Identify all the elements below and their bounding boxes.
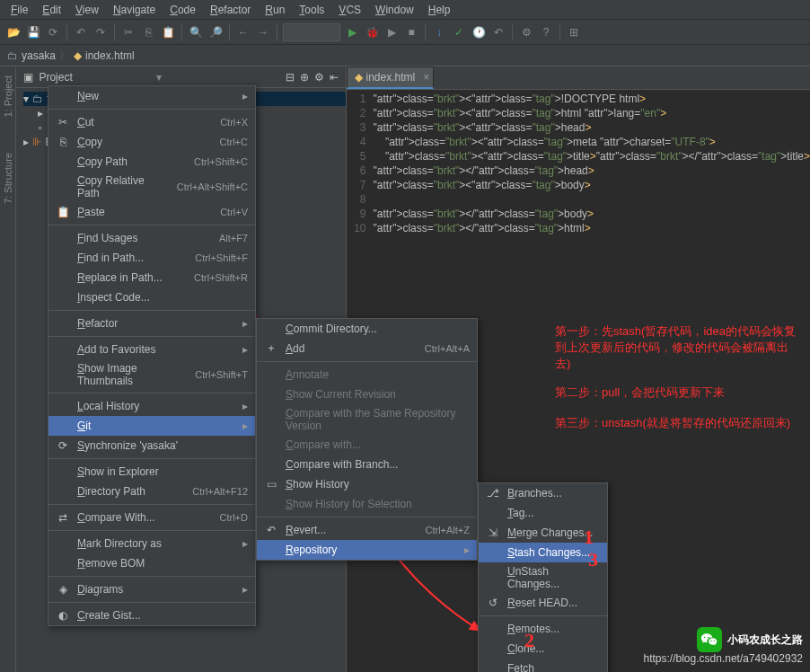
branches--icon: ⎇ xyxy=(486,487,500,500)
menu-window[interactable]: Window xyxy=(368,2,421,18)
menu-item-mark-directory-as[interactable]: Mark Directory as▸ xyxy=(48,534,255,553)
undo-icon[interactable]: ↶ xyxy=(73,24,89,40)
menu-item-compare-with-branch[interactable]: Compare with Branch... xyxy=(257,455,477,474)
vcs-update-icon[interactable]: ↓ xyxy=(431,24,447,40)
show-history-icon: ▭ xyxy=(264,478,278,491)
menu-item-find-in-path[interactable]: Find in Path...Ctrl+Shift+F xyxy=(48,248,255,268)
refresh-icon[interactable]: ⟳ xyxy=(45,24,61,40)
menu-item-copy-relative-path[interactable]: Copy Relative PathCtrl+Alt+Shift+C xyxy=(48,172,255,202)
menu-item-commit-directory[interactable]: Commit Directory... xyxy=(257,319,477,339)
redo-icon[interactable]: ↷ xyxy=(92,24,109,40)
red-number-2: 2 xyxy=(524,629,534,652)
collapse-icon[interactable]: ⊟ xyxy=(286,71,295,84)
close-icon[interactable]: × xyxy=(423,71,429,84)
menu-item-inspect-code[interactable]: Inspect Code... xyxy=(48,287,255,307)
menu-item-copy-path[interactable]: Copy PathCtrl+Shift+C xyxy=(48,152,255,172)
cut-icon[interactable]: ✂ xyxy=(120,24,136,40)
gear-icon[interactable]: ⚙ xyxy=(314,71,324,84)
menu-item-cut[interactable]: ✂CutCtrl+X xyxy=(48,112,255,132)
vcs-revert-icon[interactable]: ↶ xyxy=(490,24,506,40)
menu-navigate[interactable]: Navigate xyxy=(106,2,163,18)
chevron-right-icon: 〉 xyxy=(59,48,70,63)
breadcrumb-folder[interactable]: yasaka xyxy=(22,49,56,62)
find-icon[interactable]: 🔍 xyxy=(188,24,204,40)
run-icon[interactable]: ▶ xyxy=(344,24,360,40)
breadcrumb-file[interactable]: index.html xyxy=(85,49,135,62)
replace-icon[interactable]: 🔎 xyxy=(207,24,224,40)
copy-icon[interactable]: ⎘ xyxy=(140,24,156,40)
locate-icon[interactable]: ⊕ xyxy=(300,71,309,84)
debug-icon[interactable]: 🐞 xyxy=(364,24,380,40)
menu-item-replace-in-path[interactable]: Replace in Path...Ctrl+Shift+R xyxy=(48,268,255,287)
menu-item-fetch[interactable]: Fetch xyxy=(479,659,607,672)
structure-tab[interactable]: 7: Structure xyxy=(3,153,13,204)
settings-icon[interactable]: ⚙ xyxy=(518,24,534,40)
menu-code[interactable]: Code xyxy=(163,2,203,18)
menu-vcs[interactable]: VCS xyxy=(331,2,368,18)
editor-tab[interactable]: ◆ index.html × xyxy=(347,66,435,89)
forward-icon[interactable]: → xyxy=(255,24,271,40)
menu-run[interactable]: Run xyxy=(258,2,292,18)
coverage-icon[interactable]: ▶ xyxy=(383,24,400,40)
menu-item-create-gist[interactable]: ◐Create Gist... xyxy=(48,606,255,625)
code-editor[interactable]: 12345678910 "attr">class="brkt"><"attr">… xyxy=(347,90,810,235)
menu-item-show-history-for-selection: Show History for Selection xyxy=(257,494,477,514)
expand-icon[interactable]: ▸ xyxy=(23,136,29,148)
menu-file[interactable]: File xyxy=(4,2,35,18)
menu-item-compare-with[interactable]: ⇄Compare With...Ctrl+D xyxy=(48,508,255,527)
menu-item-clone[interactable]: Clone... xyxy=(479,639,607,659)
red-number-1: 1 xyxy=(584,526,594,549)
menu-edit[interactable]: Edit xyxy=(35,2,68,18)
file-icon: ▫ xyxy=(38,121,41,134)
menu-item-synchronize-yasaka[interactable]: ⟳Synchronize 'yasaka' xyxy=(48,436,255,455)
menu-item-copy[interactable]: ⎘CopyCtrl+C xyxy=(48,132,255,152)
paste-icon[interactable]: 📋 xyxy=(160,24,176,40)
menu-item-add[interactable]: +AddCtrl+Alt+A xyxy=(257,339,477,358)
menu-item-new[interactable]: New▸ xyxy=(48,86,255,106)
context-menu-repository: ⎇Branches...Tag...⇲Merge Changes...Stash… xyxy=(478,482,608,672)
back-icon[interactable]: ← xyxy=(235,24,251,40)
menu-item-refactor[interactable]: Refactor▸ xyxy=(48,314,255,333)
run-config-combo[interactable] xyxy=(283,23,340,41)
toolbar: 📂 💾 ⟳ ↶ ↷ ✂ ⎘ 📋 🔍 🔎 ← → ▶ 🐞 ▶ ■ ↓ ✓ 🕐 ↶ … xyxy=(0,20,810,45)
menu-item-find-usages[interactable]: Find UsagesAlt+F7 xyxy=(48,228,255,248)
structure-icon[interactable]: ⊞ xyxy=(566,24,582,40)
menu-help[interactable]: Help xyxy=(421,2,458,18)
editor-tabs: ◆ index.html × xyxy=(347,66,810,90)
stop-icon[interactable]: ■ xyxy=(403,24,419,40)
menu-item-show-image-thumbnails[interactable]: Show Image ThumbnailsCtrl+Shift+T xyxy=(48,359,255,390)
menu-item-show-in-explorer[interactable]: Show in Explorer xyxy=(48,462,255,482)
menu-item-annotate: Annotate xyxy=(257,365,477,385)
expand-icon[interactable]: ▾ xyxy=(23,93,29,105)
menu-item-directory-path[interactable]: Directory PathCtrl+Alt+F12 xyxy=(48,482,255,501)
chevron-down-icon[interactable]: ▾ xyxy=(156,71,162,84)
menu-item-show-history[interactable]: ▭Show History xyxy=(257,474,477,494)
watermark-title: 小码农成长之路 xyxy=(727,632,803,648)
menu-item-local-history[interactable]: Local History▸ xyxy=(48,396,255,416)
menu-item-remove-bom[interactable]: Remove BOM xyxy=(48,553,255,573)
menu-item-diagrams[interactable]: ◈Diagrams▸ xyxy=(48,579,255,599)
menu-item-paste[interactable]: 📋PasteCtrl+V xyxy=(48,202,255,222)
save-icon[interactable]: 💾 xyxy=(25,24,41,40)
menu-item-reset-head[interactable]: ↺Reset HEAD... xyxy=(479,593,607,613)
context-menu-project: New▸✂CutCtrl+X⎘CopyCtrl+CCopy PathCtrl+S… xyxy=(48,85,256,626)
menu-item-revert[interactable]: ↶Revert...Ctrl+Alt+Z xyxy=(257,520,477,540)
menu-item-show-current-revision: Show Current Revision xyxy=(257,385,477,404)
vcs-commit-icon[interactable]: ✓ xyxy=(451,24,467,40)
menu-item-repository[interactable]: Repository▸ xyxy=(257,540,477,560)
hide-icon[interactable]: ⇤ xyxy=(330,71,339,84)
html-icon: ◆ xyxy=(355,71,363,84)
menu-item-add-to-favorites[interactable]: Add to Favorites▸ xyxy=(48,340,255,359)
menu-tools[interactable]: Tools xyxy=(292,2,331,18)
open-icon[interactable]: 📂 xyxy=(5,24,22,40)
help-icon[interactable]: ? xyxy=(538,24,554,40)
project-tab[interactable]: 1: Project xyxy=(3,75,13,117)
menu-item-branches[interactable]: ⎇Branches... xyxy=(479,483,607,503)
menu-item-tag[interactable]: Tag... xyxy=(479,503,607,523)
expand-icon[interactable]: ▸ xyxy=(38,107,43,119)
menu-refactor[interactable]: Refactor xyxy=(203,2,258,18)
menu-item-remotes[interactable]: Remotes... xyxy=(479,619,607,639)
menu-view[interactable]: View xyxy=(68,2,106,18)
menu-item-git[interactable]: Git▸ xyxy=(48,416,255,436)
vcs-history-icon[interactable]: 🕐 xyxy=(471,24,487,40)
